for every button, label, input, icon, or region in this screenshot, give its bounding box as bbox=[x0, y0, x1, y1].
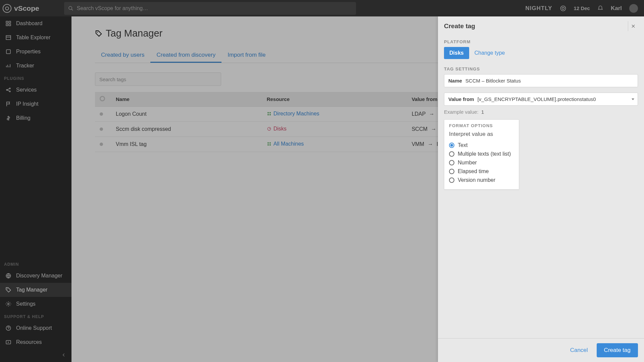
cancel-button[interactable]: Cancel bbox=[567, 344, 591, 357]
format-radio-row[interactable]: Elapsed time bbox=[449, 167, 514, 176]
example-value-row: Example value: 1 bbox=[444, 109, 638, 115]
radio-label: Number bbox=[458, 160, 477, 166]
create-tag-button[interactable]: Create tag bbox=[597, 343, 638, 357]
format-options-box: FORMAT OPTIONS Interpret value as TextMu… bbox=[444, 119, 519, 190]
format-options-label: FORMAT OPTIONS bbox=[449, 123, 514, 128]
value-from-value: [v_GS_ENCRYPTABLE_VOLUME].protectionstat… bbox=[478, 96, 628, 102]
value-from-field[interactable]: Value from [v_GS_ENCRYPTABLE_VOLUME].pro… bbox=[444, 93, 638, 106]
radio-icon bbox=[449, 160, 454, 165]
change-type-link[interactable]: Change type bbox=[475, 50, 505, 56]
radio-icon bbox=[449, 151, 454, 157]
panel-footer: Cancel Create tag bbox=[438, 338, 644, 362]
example-label: Example value: bbox=[444, 109, 479, 115]
platform-section-label: PLATFORM bbox=[444, 39, 638, 44]
radio-icon bbox=[449, 143, 454, 148]
radio-icon bbox=[449, 177, 454, 183]
format-radio-row[interactable]: Number bbox=[449, 158, 514, 167]
format-radio-row[interactable]: Multiple texts (text list) bbox=[449, 150, 514, 158]
value-from-label: Value from bbox=[448, 96, 474, 102]
close-icon bbox=[631, 24, 636, 29]
format-radio-row[interactable]: Version number bbox=[449, 176, 514, 185]
tag-settings-section-label: TAG SETTINGS bbox=[444, 66, 638, 71]
interpret-label: Interpret value as bbox=[449, 131, 514, 138]
radio-label: Elapsed time bbox=[458, 168, 489, 174]
example-value: 1 bbox=[481, 109, 484, 115]
name-field[interactable]: Name SCCM – Bitlocker Status bbox=[444, 74, 638, 87]
panel-title: Create tag bbox=[444, 22, 475, 30]
radio-label: Version number bbox=[458, 177, 495, 183]
radio-label: Text bbox=[458, 142, 467, 148]
radio-label: Multiple texts (text list) bbox=[458, 151, 511, 157]
name-label: Name bbox=[448, 78, 462, 84]
format-radio-row[interactable]: Text bbox=[449, 141, 514, 150]
name-value: SCCM – Bitlocker Status bbox=[465, 78, 634, 84]
radio-icon bbox=[449, 169, 454, 174]
platform-chip[interactable]: Disks bbox=[444, 47, 469, 59]
create-tag-panel: Create tag PLATFORM Disks Change type TA… bbox=[438, 16, 644, 362]
panel-close-button[interactable] bbox=[628, 21, 638, 31]
